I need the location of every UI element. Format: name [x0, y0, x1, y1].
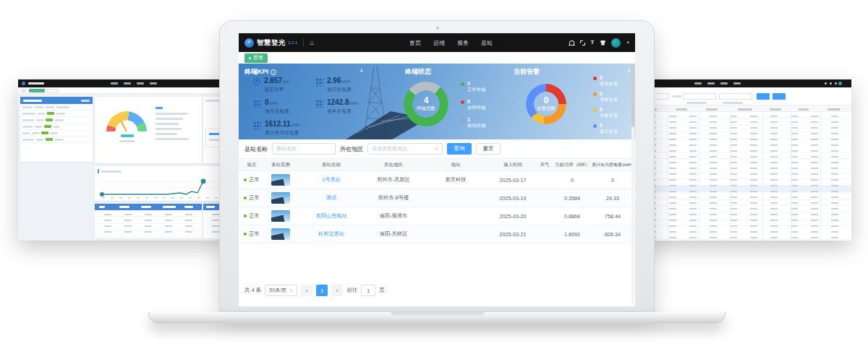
chevron-down-icon: ∨	[435, 146, 438, 152]
goto-suffix: 页	[379, 287, 385, 294]
kpi-total-energy: 1612.11kWh 累计有功发电量	[253, 120, 300, 137]
chevron-down-icon: ∨	[289, 287, 293, 293]
user-avatar[interactable]	[611, 38, 621, 48]
station-photo[interactable]	[271, 228, 290, 240]
navbar-divider	[303, 38, 304, 47]
grid-icon	[253, 100, 261, 108]
table-row[interactable]: 正常 测试 郑州市-8号楼 2025-03-19 0.3584 24.33	[239, 189, 635, 207]
bg-gauge-card	[95, 97, 202, 163]
bg-left-body	[18, 94, 231, 241]
kpi-month-energy: 0kWh 当月发电量	[253, 98, 289, 115]
station-name-label: 基站名称	[244, 145, 268, 153]
fullscreen-icon[interactable]	[580, 40, 585, 46]
hint-alarm-icon	[593, 124, 597, 128]
station-link[interactable]: 首阳山充电站	[315, 212, 346, 220]
station-link[interactable]: 测试	[326, 194, 336, 202]
prev-page-button[interactable]: ‹	[301, 285, 312, 296]
bg-line-chart-card	[95, 166, 229, 201]
status-dot-icon	[244, 196, 247, 199]
major-alarm-icon	[593, 92, 597, 96]
station-name-input[interactable]: 基站名称	[272, 143, 336, 155]
bg-power-curve	[95, 176, 229, 200]
bg-bottom-table	[95, 204, 202, 238]
nav-item-service[interactable]: 服务	[457, 39, 469, 47]
bg-gauge-chart	[106, 111, 147, 131]
kpi-year-energy: 1242.8kWh 当年发电量	[315, 98, 359, 115]
goto-label: 前往	[346, 287, 357, 294]
kpi-today-energy: 2.96kWh 当日发电量	[315, 77, 352, 93]
alarm-section-title: 当前告警	[514, 67, 540, 77]
background-screenshot-right	[638, 79, 851, 241]
minor-alarm-icon	[593, 108, 597, 112]
legend-major-alarm: 0重要告警	[593, 91, 618, 103]
grid-icon	[315, 78, 323, 86]
table-row[interactable]: 正常 杜村北基站 洛阳-关林区 2025-03-21 1.6092 826.34	[239, 225, 635, 243]
chevron-down-icon[interactable]: ▾	[626, 40, 629, 46]
bg-left-breadcrumb	[18, 87, 231, 94]
top-navbar: ⚡ 智慧登光 2.0.1 ⌂ 首页 运维 服务 基站 T ▾	[239, 33, 635, 52]
nav-item-home[interactable]: 首页	[409, 39, 421, 47]
gray-dot-icon	[461, 118, 464, 122]
info-icon[interactable]: i	[271, 69, 276, 75]
breadcrumb-tag-home[interactable]: 首页	[244, 53, 268, 63]
alarm-arrow-icon[interactable]: ›	[628, 66, 630, 74]
next-page-button[interactable]: ›	[331, 285, 343, 296]
tag-dot-icon	[249, 57, 251, 59]
search-button[interactable]: 查询	[447, 143, 472, 155]
goto-page-input[interactable]: 1	[361, 285, 375, 296]
station-table: 状态 基站实景 基站名称 所在地区 地址 接入时间 天气 当前功率（kW） 累计…	[239, 158, 635, 243]
reset-button[interactable]: 重置	[476, 143, 501, 155]
app-title: 智慧登光	[257, 38, 286, 48]
status-dot-icon	[244, 233, 247, 235]
app-logo-icon[interactable]: ⚡	[244, 38, 254, 48]
breadcrumb-tag-label: 首页	[253, 54, 263, 61]
kpi-section-title: 终端KPI i	[244, 67, 276, 77]
bg-terminal-list	[20, 97, 93, 162]
station-photo[interactable]	[271, 174, 290, 186]
legend-hint-alarm: 0提示告警	[593, 123, 618, 135]
legend-fault-terminal: 0故障终端	[461, 99, 485, 111]
scrollbar[interactable]	[631, 64, 634, 305]
table-header-row: 状态 基站实景 基站名称 所在地区 地址 接入时间 天气 当前功率（kW） 累计…	[239, 159, 635, 171]
critical-alarm-icon	[593, 77, 597, 80]
hero-banner: 终端KPI i › 终端状态 当前告警 › 2.857kW 当前功率 2.96k…	[239, 64, 635, 139]
table-row[interactable]: 正常 1号基站 郑州市-高新区 新天科技 2025-03-17 0 0	[239, 171, 635, 189]
grid-icon	[253, 121, 261, 129]
red-dot-icon	[461, 100, 464, 104]
laptop-camera	[436, 27, 439, 30]
kpi-current-power: 2.857kW 当前功率	[253, 77, 289, 93]
pagination-total: 共 4 条	[244, 287, 261, 294]
station-link[interactable]: 杜村北基站	[318, 230, 344, 238]
legend-normal-terminal: 3正常终端	[461, 81, 485, 93]
station-photo[interactable]	[271, 210, 290, 222]
status-dot-icon	[244, 215, 247, 217]
navbar-actions: T ▾	[569, 38, 629, 48]
gauge-icon	[253, 78, 260, 85]
station-photo[interactable]	[271, 192, 290, 204]
station-link[interactable]: 1号基站	[322, 176, 341, 183]
theme-icon[interactable]	[600, 40, 605, 46]
legend-critical-alarm: 0紧急告警	[593, 75, 618, 87]
green-dot-icon	[461, 82, 464, 86]
page-size-select[interactable]: 50条/页∨	[265, 285, 297, 296]
scrollbar-thumb[interactable]	[631, 64, 634, 127]
bg-logo-icon	[22, 82, 25, 85]
status-dot-icon	[244, 178, 247, 181]
status-section-title: 终端状态	[405, 67, 431, 77]
page-1-button[interactable]: 1	[316, 285, 328, 296]
nav-item-station[interactable]: 基站	[481, 39, 493, 47]
nav-item-ops[interactable]: 运维	[433, 39, 445, 47]
grid-icon	[315, 100, 323, 108]
laptop-base-notch	[391, 311, 485, 317]
home-icon[interactable]: ⌂	[310, 39, 314, 46]
laptop-base	[148, 312, 726, 324]
font-size-icon[interactable]: T	[591, 40, 595, 46]
bell-icon[interactable]	[569, 40, 574, 45]
background-screenshot-left	[18, 79, 231, 241]
bg-right-body	[638, 87, 851, 241]
table-row[interactable]: 正常 首阳山充电站 洛阳-偃师市 2025-03-20 0.8864 758.4…	[239, 207, 635, 225]
region-select[interactable]: 请选择所在地区∨	[367, 143, 443, 155]
bg-avatar	[838, 82, 842, 85]
kpi-arrow-icon[interactable]: ›	[360, 66, 362, 74]
nav-menu: 首页 运维 服务 基站	[409, 39, 493, 47]
